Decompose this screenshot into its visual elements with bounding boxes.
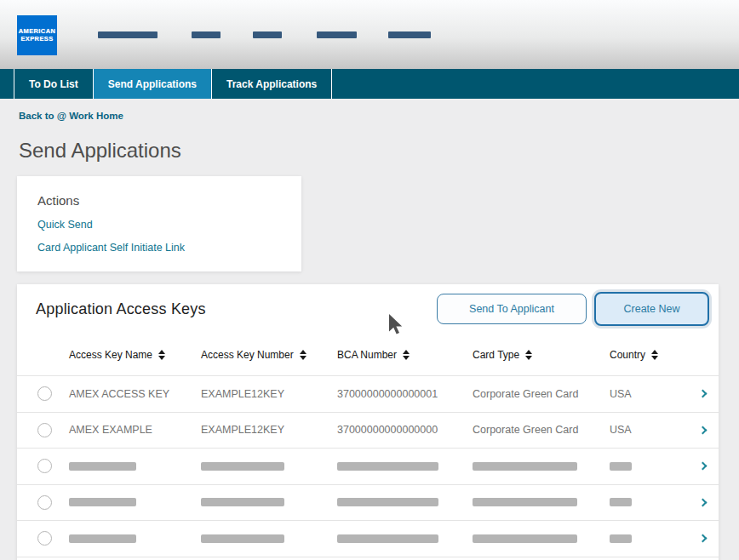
skeleton-bar (610, 498, 632, 506)
nav-placeholder-3[interactable] (253, 31, 282, 38)
row-radio[interactable] (37, 459, 52, 473)
sort-icon[interactable] (403, 350, 410, 360)
column-header-card-type: Card Type (473, 349, 610, 361)
create-new-button[interactable]: Create New (594, 292, 709, 326)
actions-card: Actions Quick Send Card Applicant Self I… (17, 176, 301, 271)
tab-send-applications[interactable]: Send Applications (93, 69, 211, 99)
skeleton-bar (473, 462, 577, 471)
access-keys-card: Application Access Keys Send To Applican… (17, 284, 719, 560)
skeleton-bar (337, 498, 438, 506)
cell-access-key-name: AMEX EXAMPLE (69, 424, 201, 436)
column-header-country: Country (610, 349, 685, 361)
table-row-skeleton[interactable] (17, 484, 719, 521)
chevron-right-icon[interactable] (699, 390, 707, 398)
quick-send-link[interactable]: Quick Send (37, 219, 301, 231)
access-keys-title: Application Access Keys (36, 300, 206, 318)
cell-country: USA (610, 424, 685, 436)
row-radio[interactable] (37, 386, 52, 401)
column-header-bca-number: BCA Number (337, 349, 473, 361)
nav-placeholder-2[interactable] (192, 31, 221, 38)
row-radio[interactable] (37, 531, 52, 546)
skeleton-bar (610, 462, 632, 471)
sort-icon[interactable] (300, 350, 306, 360)
send-to-applicant-button[interactable]: Send To Applicant (437, 294, 587, 324)
chevron-right-icon[interactable] (699, 426, 707, 434)
tab-track-applications[interactable]: Track Applications (211, 69, 332, 99)
table-row-skeleton[interactable] (17, 448, 719, 484)
cell-card-type: Corporate Green Card (473, 388, 610, 400)
page-content: Back to @ Work Home Send Applications Ac… (0, 99, 739, 560)
access-keys-header: Application Access Keys Send To Applican… (17, 284, 719, 334)
table-header-row: Access Key Name Access Key Number BCA Nu… (17, 334, 719, 375)
skeleton-bar (69, 498, 136, 506)
skeleton-bar (69, 534, 136, 543)
skeleton-bar (337, 462, 438, 471)
page-title: Send Applications (19, 139, 739, 163)
cell-access-key-number: EXAMPLE12KEY (201, 424, 337, 436)
chevron-right-icon[interactable] (699, 462, 707, 471)
skeleton-bar (201, 462, 284, 471)
cell-access-key-name: AMEX ACCESS KEY (69, 388, 201, 400)
sort-icon[interactable] (651, 350, 658, 360)
table-row[interactable]: AMEX ACCESS KEY EXAMPLE12KEY 37000000000… (17, 375, 719, 412)
table-row-skeleton[interactable] (17, 520, 719, 557)
cell-access-key-number: EXAMPLE12KEY (201, 388, 337, 400)
breadcrumb-back-link[interactable]: Back to @ Work Home (19, 111, 123, 121)
amex-logo-line2: EXPRESS (20, 36, 53, 43)
skeleton-bar (337, 534, 438, 543)
skeleton-bar (69, 462, 136, 471)
skeleton-bar (201, 534, 284, 543)
cell-bca-number: 37000000000000001 (337, 388, 473, 400)
amex-logo[interactable]: AMERICAN EXPRESS (17, 15, 57, 55)
skeleton-bar (610, 534, 632, 543)
sort-icon[interactable] (525, 350, 532, 360)
sort-icon[interactable] (158, 350, 165, 360)
row-radio[interactable] (37, 495, 52, 510)
cell-bca-number: 37000000000000000 (337, 424, 473, 436)
actions-title: Actions (37, 193, 301, 208)
nav-placeholder-4[interactable] (317, 31, 357, 38)
chevron-right-icon[interactable] (699, 534, 707, 543)
section-tab-bar: To Do List Send Applications Track Appli… (0, 69, 739, 99)
cell-country: USA (610, 388, 685, 400)
nav-placeholder-1[interactable] (98, 31, 158, 38)
table-row[interactable]: AMEX EXAMPLE EXAMPLE12KEY 37000000000000… (17, 412, 719, 449)
row-radio[interactable] (37, 423, 52, 437)
nav-placeholder-5[interactable] (388, 31, 431, 38)
column-header-access-key-name: Access Key Name (69, 349, 201, 361)
cell-card-type: Corporate Green Card (473, 424, 610, 436)
table-row-skeleton[interactable] (17, 557, 719, 560)
tab-to-do-list[interactable]: To Do List (14, 69, 93, 99)
skeleton-bar (473, 534, 577, 543)
skeleton-bar (201, 498, 284, 506)
chevron-right-icon[interactable] (699, 498, 707, 506)
skeleton-bar (473, 498, 577, 506)
column-header-access-key-number: Access Key Number (201, 349, 337, 361)
top-brand-bar: AMERICAN EXPRESS (0, 0, 739, 69)
self-initiate-link[interactable]: Card Applicant Self Initiate Link (37, 242, 301, 254)
